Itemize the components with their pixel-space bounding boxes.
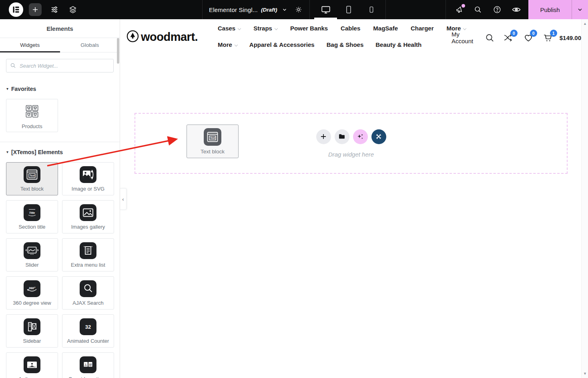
sidebar-icon: [24, 318, 40, 335]
topbar-divider: [385, 0, 386, 19]
device-mobile-icon[interactable]: [365, 0, 377, 19]
editor-topbar: Elementor Singl... (Draft) Publish: [0, 0, 588, 19]
add-element-button[interactable]: [29, 3, 42, 16]
my-account-link[interactable]: My Account: [452, 31, 476, 44]
store-nav-beauty-health[interactable]: Beauty & Health: [375, 41, 421, 48]
section-xtemos-header[interactable]: ▾ [XTemos] Elements: [0, 142, 120, 161]
panel-title: Elements: [0, 19, 120, 38]
widget-image-or-svg[interactable]: Image or SVG: [62, 162, 114, 195]
widget-label: AJAX Search: [72, 300, 103, 306]
preview-eye-icon[interactable]: [511, 0, 522, 19]
store-nav-magsafe[interactable]: MagSafe: [373, 25, 398, 32]
finder-search-icon[interactable]: [473, 0, 483, 19]
panel-collapse-handle[interactable]: ‹: [120, 188, 126, 210]
wishlist-count-badge: 0: [530, 30, 537, 37]
products-icon: [23, 102, 41, 121]
widget-sidebar[interactable]: Sidebar: [6, 314, 58, 348]
topbar-divider: [446, 0, 446, 19]
topbar-divider: [202, 0, 203, 19]
widget-label: 360 degree view: [13, 300, 51, 306]
site-settings-sliders-icon[interactable]: [49, 0, 60, 19]
widget-images-gallery[interactable]: Images gallery: [62, 200, 114, 233]
svg-text:Text: Text: [210, 137, 216, 139]
store-nav-apparel-accessories[interactable]: Apparel & Accessories: [249, 41, 315, 48]
help-icon[interactable]: [492, 0, 502, 19]
widget-label: Slider: [25, 262, 38, 268]
widget-label: Image or SVG: [72, 186, 104, 192]
xtemos-layouts-button[interactable]: [371, 129, 386, 144]
widget-ajax-search[interactable]: AJAX Search: [62, 276, 114, 310]
publish-button[interactable]: Publish: [528, 0, 572, 19]
section-title: Favorites: [11, 86, 36, 92]
store-nav-more[interactable]: More: [218, 41, 237, 48]
elementor-logo[interactable]: [9, 0, 23, 19]
image-or-svg-icon: [80, 166, 96, 183]
widget-text-block[interactable]: TextText block: [6, 162, 58, 195]
widget-products[interactable]: Products: [6, 99, 58, 132]
widget-animated-counter[interactable]: 32Animated Counter: [62, 314, 114, 348]
store-nav-charger[interactable]: Charger: [411, 25, 434, 32]
template-library-folder-button[interactable]: [335, 129, 349, 144]
device-tablet-icon[interactable]: [343, 0, 355, 19]
page-settings-gear-icon[interactable]: [293, 0, 304, 19]
widget-extra-menu-list[interactable]: Extra menu list: [62, 238, 114, 271]
store-nav-straps[interactable]: Straps: [253, 25, 277, 32]
dragged-widget-ghost[interactable]: Text Text block: [187, 125, 239, 158]
elementor-logo-icon: [9, 2, 23, 17]
xtemos-grid: TextText blockImage or SVGTitleSection t…: [0, 161, 120, 378]
cart-count-badge: 1: [550, 30, 557, 37]
search-icon: [10, 62, 16, 70]
compare-icon[interactable]: 0: [504, 33, 514, 42]
store-logo[interactable]: woodmart.: [126, 30, 198, 44]
compare-count-badge: 0: [510, 30, 518, 37]
svg-text:360°: 360°: [29, 286, 36, 290]
store-nav-power-banks[interactable]: Power Banks: [290, 25, 328, 32]
animated-counter-icon: 32: [80, 318, 96, 335]
document-switcher[interactable]: Elementor Singl... (Draft): [209, 0, 287, 19]
page-scrollbar[interactable]: ▲ ▼: [581, 19, 588, 378]
wishlist-heart-icon[interactable]: 0: [523, 33, 534, 42]
structure-layers-icon[interactable]: [67, 0, 78, 19]
text-block-icon: Text: [204, 128, 221, 146]
widget-section-title[interactable]: TitleSection title: [6, 200, 58, 233]
store-nav-cables[interactable]: Cables: [341, 25, 360, 32]
caret-down-icon: ▾: [6, 87, 8, 91]
add-section-plus-button[interactable]: [316, 129, 331, 144]
cart-total[interactable]: $149.00: [560, 34, 581, 41]
store-logo-text: woodmart.: [141, 30, 198, 44]
active-device-underline: [314, 18, 337, 19]
section-favorites-header[interactable]: ▾ Favorites: [0, 79, 120, 98]
tab-globals[interactable]: Globals: [60, 38, 120, 52]
cart-icon[interactable]: 1: [543, 33, 554, 43]
store-nav-bag-shoes[interactable]: Bag & Shoes: [327, 41, 364, 48]
topbar-divider: [309, 0, 310, 19]
slider-icon: [24, 242, 40, 259]
whats-new-megaphone-icon[interactable]: [454, 0, 466, 19]
publish-split-button: Publish: [528, 0, 588, 19]
svg-text:Title: Title: [29, 211, 35, 214]
site-preview-canvas: woodmart. CasesStrapsPower BanksCablesMa…: [120, 19, 581, 378]
favorites-grid: Products: [0, 98, 120, 132]
search-widget-input[interactable]: [6, 59, 114, 72]
chevron-down-icon: [275, 26, 278, 30]
device-desktop-icon[interactable]: [320, 0, 332, 19]
store-nav-cases[interactable]: Cases: [218, 25, 241, 32]
section-title-icon: Title: [24, 204, 40, 221]
svg-text:32: 32: [85, 324, 91, 330]
svg-text:22: 22: [89, 363, 92, 365]
widget-label: Products: [22, 123, 42, 129]
publish-options-dropdown[interactable]: [572, 0, 588, 19]
widget-slider[interactable]: Slider: [6, 238, 58, 271]
scroll-up-arrow[interactable]: ▲: [582, 22, 588, 26]
ai-sparkles-button[interactable]: [353, 129, 368, 144]
widget-author-area[interactable]: Author area: [6, 352, 58, 378]
store-search-icon[interactable]: [485, 33, 494, 42]
text-block-icon: Text: [24, 166, 40, 183]
widget-360-degree-view[interactable]: 360°360 degree view: [6, 276, 58, 310]
panel-scrollbar-thumb[interactable]: [117, 38, 119, 64]
tab-widgets[interactable]: Widgets: [0, 38, 60, 52]
scroll-down-arrow[interactable]: ▼: [582, 372, 588, 376]
widget-label: Images gallery: [71, 224, 105, 230]
360-degree-view-icon: 360°: [24, 280, 40, 297]
widget-countdown-timer[interactable]: 122Countdown timer: [62, 352, 114, 378]
